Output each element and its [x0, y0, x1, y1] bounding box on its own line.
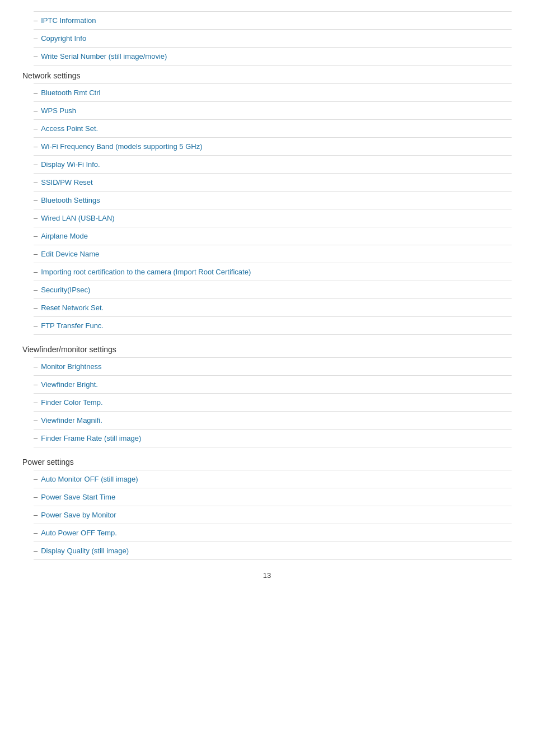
item-link-network-settings-2[interactable]: Access Point Set.: [41, 124, 98, 133]
item-link-power-settings-3[interactable]: Auto Power OFF Temp.: [41, 529, 117, 537]
item-link-viewfinder-monitor-settings-0[interactable]: Monitor Brightness: [41, 362, 101, 371]
item-prefix: –: [34, 232, 38, 240]
item-link-network-settings-13[interactable]: FTP Transfer Func.: [41, 321, 104, 330]
item-link-network-settings-8[interactable]: Airplane Mode: [41, 232, 88, 240]
item-prefix: –: [34, 52, 38, 60]
item-link-network-settings-3[interactable]: Wi-Fi Frequency Band (models supporting …: [41, 142, 202, 151]
list-item: –Monitor Brightness: [34, 358, 512, 376]
list-item: –Wired LAN (USB-LAN): [34, 209, 512, 227]
top-items-list: – IPTC Information – Copyright Info – Wr…: [34, 11, 512, 66]
item-prefix: –: [34, 547, 38, 555]
list-item: –Display Quality (still image): [34, 542, 512, 560]
list-item: –WPS Push: [34, 102, 512, 120]
list-item: –Access Point Set.: [34, 120, 512, 138]
item-prefix: –: [34, 160, 38, 169]
list-item: –Viewfinder Magnifi.: [34, 412, 512, 430]
item-prefix: –: [34, 34, 38, 43]
item-prefix: –: [34, 321, 38, 330]
page-number: 13: [22, 571, 512, 580]
item-link-network-settings-10[interactable]: Importing root certification to the came…: [41, 268, 251, 276]
list-item: –Security(IPsec): [34, 281, 512, 299]
list-item: –Wi-Fi Frequency Band (models supporting…: [34, 138, 512, 156]
item-link-network-settings-11[interactable]: Security(IPsec): [41, 286, 90, 294]
list-item: –Power Save by Monitor: [34, 506, 512, 524]
item-link-power-settings-1[interactable]: Power Save Start Time: [41, 493, 115, 501]
item-prefix: –: [34, 214, 38, 222]
item-link-write-serial[interactable]: Write Serial Number (still image/movie): [41, 52, 167, 60]
section-header-power-settings: Power settings: [22, 452, 512, 470]
item-prefix: –: [34, 250, 38, 258]
list-item: –SSID/PW Reset: [34, 174, 512, 192]
item-link-network-settings-12[interactable]: Reset Network Set.: [41, 304, 104, 312]
item-prefix: –: [34, 380, 38, 389]
item-link-network-settings-4[interactable]: Display Wi-Fi Info.: [41, 160, 100, 169]
item-link-power-settings-4[interactable]: Display Quality (still image): [41, 547, 129, 555]
list-item: –Finder Frame Rate (still image): [34, 430, 512, 447]
item-link-viewfinder-monitor-settings-4[interactable]: Finder Frame Rate (still image): [41, 434, 141, 442]
item-prefix: –: [34, 304, 38, 312]
item-prefix: –: [34, 434, 38, 442]
item-prefix: –: [34, 196, 38, 204]
list-item: –Bluetooth Settings: [34, 192, 512, 209]
item-prefix: –: [34, 88, 38, 97]
item-prefix: –: [34, 362, 38, 371]
list-item: –Bluetooth Rmt Ctrl: [34, 84, 512, 102]
item-list-power-settings: –Auto Monitor OFF (still image)–Power Sa…: [34, 470, 512, 560]
list-item: – Write Serial Number (still image/movie…: [34, 48, 512, 66]
list-item: – Copyright Info: [34, 30, 512, 48]
section-header-network-settings: Network settings: [22, 66, 512, 83]
list-item: –Reset Network Set.: [34, 299, 512, 317]
item-list-network-settings: –Bluetooth Rmt Ctrl–WPS Push–Access Poin…: [34, 83, 512, 335]
item-link-network-settings-9[interactable]: Edit Device Name: [41, 250, 99, 258]
item-prefix: –: [34, 511, 38, 519]
item-prefix: –: [34, 398, 38, 407]
list-item: –Finder Color Temp.: [34, 394, 512, 412]
item-prefix: –: [34, 268, 38, 276]
section-network-settings: Network settings–Bluetooth Rmt Ctrl–WPS …: [22, 66, 512, 335]
item-link-network-settings-1[interactable]: WPS Push: [41, 106, 76, 115]
section-power-settings: Power settings–Auto Monitor OFF (still i…: [22, 452, 512, 560]
list-item: –Importing root certification to the cam…: [34, 263, 512, 281]
list-item: –Auto Monitor OFF (still image): [34, 470, 512, 488]
item-prefix: –: [34, 106, 38, 115]
item-link-network-settings-5[interactable]: SSID/PW Reset: [41, 178, 92, 186]
item-prefix: –: [34, 493, 38, 501]
list-item: –Auto Power OFF Temp.: [34, 524, 512, 542]
item-prefix: –: [34, 416, 38, 424]
list-item: – IPTC Information: [34, 12, 512, 30]
list-item: –Airplane Mode: [34, 227, 512, 245]
list-item: –FTP Transfer Func.: [34, 317, 512, 335]
item-link-viewfinder-monitor-settings-2[interactable]: Finder Color Temp.: [41, 398, 102, 407]
list-item: –Edit Device Name: [34, 245, 512, 263]
item-link-power-settings-2[interactable]: Power Save by Monitor: [41, 511, 116, 519]
list-item: –Viewfinder Bright.: [34, 376, 512, 394]
item-prefix: –: [34, 124, 38, 133]
item-link-viewfinder-monitor-settings-3[interactable]: Viewfinder Magnifi.: [41, 416, 102, 424]
list-item: –Power Save Start Time: [34, 488, 512, 506]
item-prefix: –: [34, 142, 38, 151]
item-prefix: –: [34, 16, 38, 25]
item-prefix: –: [34, 286, 38, 294]
section-viewfinder-monitor-settings: Viewfinder/monitor settings–Monitor Brig…: [22, 339, 512, 447]
item-link-iptc[interactable]: IPTC Information: [41, 16, 96, 25]
item-link-network-settings-6[interactable]: Bluetooth Settings: [41, 196, 100, 204]
list-item: –Display Wi-Fi Info.: [34, 156, 512, 174]
item-list-viewfinder-monitor-settings: –Monitor Brightness–Viewfinder Bright.–F…: [34, 357, 512, 447]
item-link-power-settings-0[interactable]: Auto Monitor OFF (still image): [41, 475, 138, 483]
item-link-viewfinder-monitor-settings-1[interactable]: Viewfinder Bright.: [41, 380, 98, 389]
page-container: – IPTC Information – Copyright Info – Wr…: [0, 0, 534, 591]
item-prefix: –: [34, 475, 38, 483]
item-link-copyright[interactable]: Copyright Info: [41, 34, 86, 43]
section-header-viewfinder-monitor-settings: Viewfinder/monitor settings: [22, 339, 512, 357]
item-link-network-settings-7[interactable]: Wired LAN (USB-LAN): [41, 214, 114, 222]
sections-container: Network settings–Bluetooth Rmt Ctrl–WPS …: [22, 66, 512, 560]
item-link-network-settings-0[interactable]: Bluetooth Rmt Ctrl: [41, 88, 100, 97]
item-prefix: –: [34, 529, 38, 537]
item-prefix: –: [34, 178, 38, 186]
